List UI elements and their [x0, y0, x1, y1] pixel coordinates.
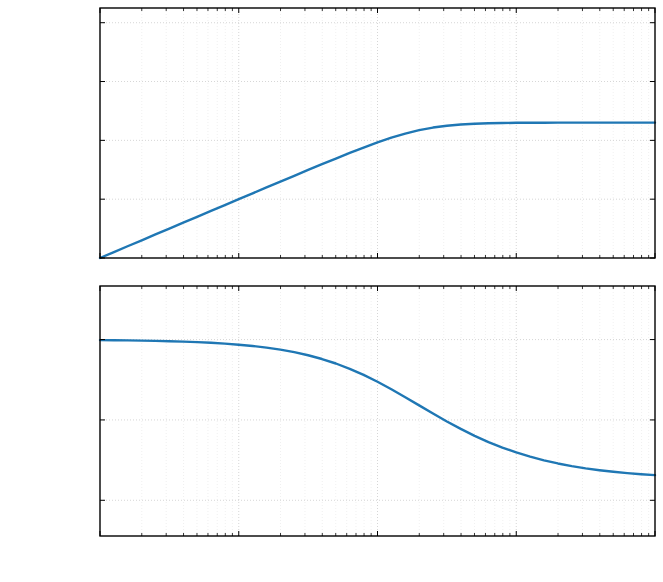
plot-svg — [0, 0, 663, 582]
svg-rect-0 — [100, 8, 655, 258]
bode-plot-pair — [0, 0, 663, 582]
svg-rect-125 — [100, 286, 655, 536]
magnitude-plot — [100, 8, 655, 258]
phase-plot — [100, 286, 655, 536]
